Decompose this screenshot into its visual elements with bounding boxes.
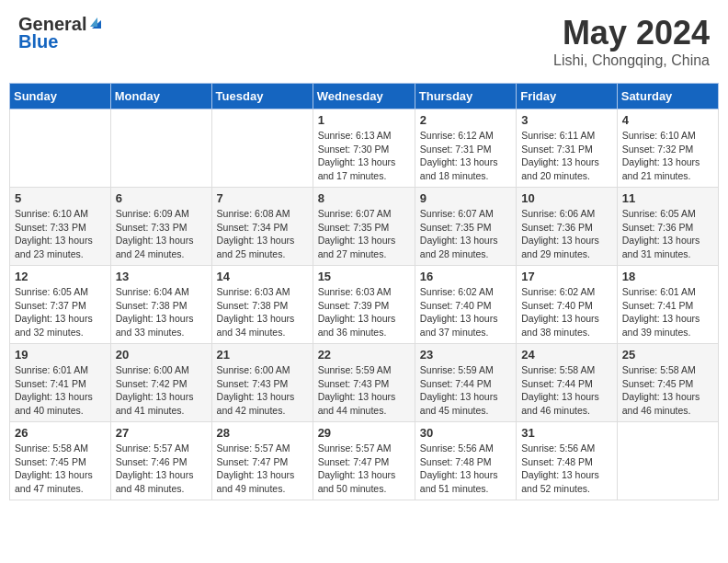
calendar-cell: 28Sunrise: 5:57 AM Sunset: 7:47 PM Dayli… bbox=[211, 422, 313, 500]
calendar-cell: 11Sunrise: 6:05 AM Sunset: 7:36 PM Dayli… bbox=[617, 188, 718, 266]
logo: General Blue bbox=[18, 14, 103, 52]
day-number: 15 bbox=[318, 270, 410, 283]
day-info: Sunrise: 5:59 AM Sunset: 7:43 PM Dayligh… bbox=[318, 363, 410, 418]
day-number: 30 bbox=[420, 426, 511, 440]
calendar-week-row: 26Sunrise: 5:58 AM Sunset: 7:45 PM Dayli… bbox=[10, 422, 719, 500]
calendar-cell: 19Sunrise: 6:01 AM Sunset: 7:41 PM Dayli… bbox=[10, 344, 111, 422]
day-number: 26 bbox=[15, 426, 106, 440]
calendar-cell: 22Sunrise: 5:59 AM Sunset: 7:43 PM Dayli… bbox=[313, 344, 415, 422]
calendar-cell: 10Sunrise: 6:06 AM Sunset: 7:36 PM Dayli… bbox=[517, 188, 618, 266]
day-number: 18 bbox=[622, 270, 713, 283]
weekday-header: Tuesday bbox=[211, 84, 313, 109]
day-info: Sunrise: 5:56 AM Sunset: 7:48 PM Dayligh… bbox=[521, 442, 612, 496]
day-number: 12 bbox=[15, 270, 106, 283]
calendar-week-row: 5Sunrise: 6:10 AM Sunset: 7:33 PM Daylig… bbox=[10, 188, 719, 266]
day-number: 29 bbox=[318, 426, 410, 440]
calendar-cell bbox=[110, 109, 211, 188]
calendar-cell: 17Sunrise: 6:02 AM Sunset: 7:40 PM Dayli… bbox=[517, 266, 618, 344]
day-number: 24 bbox=[521, 348, 612, 362]
weekday-header: Wednesday bbox=[313, 84, 415, 109]
day-info: Sunrise: 6:12 AM Sunset: 7:31 PM Dayligh… bbox=[420, 129, 511, 183]
day-number: 5 bbox=[15, 191, 106, 205]
calendar-cell: 24Sunrise: 5:58 AM Sunset: 7:44 PM Dayli… bbox=[517, 344, 618, 422]
calendar-cell: 25Sunrise: 5:58 AM Sunset: 7:45 PM Dayli… bbox=[617, 344, 718, 422]
calendar-cell: 26Sunrise: 5:58 AM Sunset: 7:45 PM Dayli… bbox=[10, 422, 111, 500]
day-info: Sunrise: 5:58 AM Sunset: 7:45 PM Dayligh… bbox=[622, 363, 713, 418]
day-info: Sunrise: 6:00 AM Sunset: 7:42 PM Dayligh… bbox=[116, 363, 207, 418]
day-info: Sunrise: 5:58 AM Sunset: 7:44 PM Dayligh… bbox=[521, 363, 612, 418]
day-number: 14 bbox=[217, 270, 308, 283]
calendar-cell: 3Sunrise: 6:11 AM Sunset: 7:31 PM Daylig… bbox=[517, 109, 618, 188]
day-number: 7 bbox=[217, 191, 308, 205]
day-info: Sunrise: 6:07 AM Sunset: 7:35 PM Dayligh… bbox=[420, 207, 511, 261]
day-info: Sunrise: 6:10 AM Sunset: 7:33 PM Dayligh… bbox=[15, 207, 106, 261]
day-number: 19 bbox=[15, 348, 106, 362]
day-info: Sunrise: 6:01 AM Sunset: 7:41 PM Dayligh… bbox=[15, 363, 106, 418]
day-number: 22 bbox=[318, 348, 410, 362]
day-number: 2 bbox=[420, 113, 511, 127]
day-info: Sunrise: 6:03 AM Sunset: 7:38 PM Dayligh… bbox=[217, 285, 308, 339]
location-title: Lishi, Chongqing, China bbox=[553, 52, 710, 69]
day-number: 16 bbox=[420, 270, 511, 283]
day-info: Sunrise: 6:04 AM Sunset: 7:38 PM Dayligh… bbox=[116, 285, 207, 339]
day-number: 21 bbox=[217, 348, 308, 362]
day-number: 11 bbox=[622, 191, 713, 205]
day-info: Sunrise: 5:59 AM Sunset: 7:44 PM Dayligh… bbox=[420, 363, 511, 418]
day-info: Sunrise: 6:06 AM Sunset: 7:36 PM Dayligh… bbox=[521, 207, 612, 261]
calendar-cell bbox=[211, 109, 313, 188]
calendar-cell: 6Sunrise: 6:09 AM Sunset: 7:33 PM Daylig… bbox=[110, 188, 211, 266]
calendar-week-row: 12Sunrise: 6:05 AM Sunset: 7:37 PM Dayli… bbox=[10, 266, 719, 344]
day-number: 8 bbox=[318, 191, 410, 205]
calendar-cell: 2Sunrise: 6:12 AM Sunset: 7:31 PM Daylig… bbox=[415, 109, 516, 188]
weekday-header: Saturday bbox=[617, 84, 718, 109]
calendar-cell bbox=[10, 109, 111, 188]
day-number: 17 bbox=[521, 270, 612, 283]
weekday-header: Monday bbox=[110, 84, 211, 109]
calendar-week-row: 19Sunrise: 6:01 AM Sunset: 7:41 PM Dayli… bbox=[10, 344, 719, 422]
month-title: May 2024 bbox=[553, 14, 710, 52]
calendar-cell: 4Sunrise: 6:10 AM Sunset: 7:32 PM Daylig… bbox=[617, 109, 718, 188]
day-info: Sunrise: 5:57 AM Sunset: 7:46 PM Dayligh… bbox=[116, 442, 207, 496]
day-info: Sunrise: 6:05 AM Sunset: 7:36 PM Dayligh… bbox=[622, 207, 713, 261]
day-number: 13 bbox=[116, 270, 207, 283]
calendar-cell: 15Sunrise: 6:03 AM Sunset: 7:39 PM Dayli… bbox=[313, 266, 415, 344]
day-info: Sunrise: 5:56 AM Sunset: 7:48 PM Dayligh… bbox=[420, 442, 511, 496]
day-info: Sunrise: 6:08 AM Sunset: 7:34 PM Dayligh… bbox=[217, 207, 308, 261]
day-number: 3 bbox=[521, 113, 612, 127]
title-block: May 2024 Lishi, Chongqing, China bbox=[553, 14, 710, 69]
day-info: Sunrise: 6:13 AM Sunset: 7:30 PM Dayligh… bbox=[318, 129, 410, 183]
day-info: Sunrise: 6:03 AM Sunset: 7:39 PM Dayligh… bbox=[318, 285, 410, 339]
calendar-cell: 8Sunrise: 6:07 AM Sunset: 7:35 PM Daylig… bbox=[313, 188, 415, 266]
calendar-cell: 1Sunrise: 6:13 AM Sunset: 7:30 PM Daylig… bbox=[313, 109, 415, 188]
weekday-header: Thursday bbox=[415, 84, 516, 109]
calendar-cell: 16Sunrise: 6:02 AM Sunset: 7:40 PM Dayli… bbox=[415, 266, 516, 344]
day-number: 27 bbox=[116, 426, 207, 440]
day-number: 23 bbox=[420, 348, 511, 362]
calendar-cell: 20Sunrise: 6:00 AM Sunset: 7:42 PM Dayli… bbox=[110, 344, 211, 422]
calendar-cell: 23Sunrise: 5:59 AM Sunset: 7:44 PM Dayli… bbox=[415, 344, 516, 422]
calendar-cell: 30Sunrise: 5:56 AM Sunset: 7:48 PM Dayli… bbox=[415, 422, 516, 500]
calendar-cell: 14Sunrise: 6:03 AM Sunset: 7:38 PM Dayli… bbox=[211, 266, 313, 344]
calendar-cell: 9Sunrise: 6:07 AM Sunset: 7:35 PM Daylig… bbox=[415, 188, 516, 266]
day-number: 20 bbox=[116, 348, 207, 362]
day-number: 4 bbox=[622, 113, 713, 127]
calendar-cell: 27Sunrise: 5:57 AM Sunset: 7:46 PM Dayli… bbox=[110, 422, 211, 500]
day-number: 1 bbox=[318, 113, 410, 127]
day-info: Sunrise: 5:57 AM Sunset: 7:47 PM Dayligh… bbox=[318, 442, 410, 496]
day-info: Sunrise: 5:57 AM Sunset: 7:47 PM Dayligh… bbox=[217, 442, 308, 496]
weekday-header: Friday bbox=[517, 84, 618, 109]
page-header: General Blue May 2024 Lishi, Chongqing, … bbox=[9, 9, 719, 74]
day-info: Sunrise: 6:00 AM Sunset: 7:43 PM Dayligh… bbox=[217, 363, 308, 418]
calendar-cell: 31Sunrise: 5:56 AM Sunset: 7:48 PM Dayli… bbox=[517, 422, 618, 500]
calendar-table: SundayMondayTuesdayWednesdayThursdayFrid… bbox=[9, 83, 719, 500]
day-number: 6 bbox=[116, 191, 207, 205]
calendar-cell: 13Sunrise: 6:04 AM Sunset: 7:38 PM Dayli… bbox=[110, 266, 211, 344]
day-info: Sunrise: 6:02 AM Sunset: 7:40 PM Dayligh… bbox=[420, 285, 511, 339]
calendar-cell bbox=[617, 422, 718, 500]
logo-blue: Blue bbox=[18, 31, 58, 52]
day-info: Sunrise: 6:10 AM Sunset: 7:32 PM Dayligh… bbox=[622, 129, 713, 183]
calendar-cell: 21Sunrise: 6:00 AM Sunset: 7:43 PM Dayli… bbox=[211, 344, 313, 422]
day-info: Sunrise: 6:07 AM Sunset: 7:35 PM Dayligh… bbox=[318, 207, 410, 261]
day-number: 9 bbox=[420, 191, 511, 205]
calendar-cell: 12Sunrise: 6:05 AM Sunset: 7:37 PM Dayli… bbox=[10, 266, 111, 344]
